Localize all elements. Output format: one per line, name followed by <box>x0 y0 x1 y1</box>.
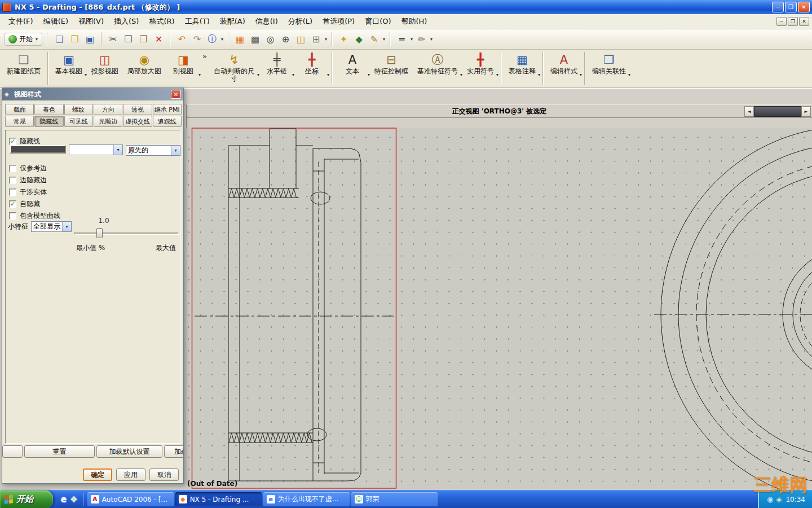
new-file-icon[interactable]: ❏ <box>52 32 67 46</box>
menu-item[interactable]: 信息(I) <box>250 14 283 29</box>
edit-associativity-button[interactable]: ❒编辑关联性▾ <box>588 51 630 86</box>
tab-截面[interactable]: 截面 <box>5 104 34 115</box>
mdi-minimize-button[interactable]: ─ <box>776 17 787 26</box>
tab-常规[interactable]: 常规 <box>5 116 34 127</box>
linetype-dropdown[interactable]: ▾ <box>69 144 123 155</box>
edit-style-button[interactable]: A编辑样式▾ <box>546 51 582 86</box>
start-menu-button[interactable]: 开始 ▾ <box>5 33 42 46</box>
show-desktop-icon[interactable]: ❖ <box>70 494 77 505</box>
dropdown-arrow-icon[interactable]: ▾ <box>538 72 540 77</box>
windows-start-button[interactable]: 开始 <box>0 491 53 508</box>
utility-symbol-button[interactable]: ╋实用符号▾ <box>462 51 498 86</box>
ortho-grid-icon[interactable]: ▦ <box>233 32 247 46</box>
projected-view-button[interactable]: ◫投影视图 <box>87 51 123 86</box>
redo-icon[interactable]: ↷ <box>190 32 204 46</box>
tab-透视[interactable]: 透视 <box>123 104 152 115</box>
tab-继承 PMI[interactable]: 继承 PMI <box>153 104 182 115</box>
apply-button[interactable]: 应用 <box>116 468 145 481</box>
tab-螺纹[interactable]: 螺纹 <box>64 104 93 115</box>
tab-着色[interactable]: 着色 <box>34 104 63 115</box>
menu-item[interactable]: 首选项(P) <box>317 14 360 29</box>
checkbox[interactable] <box>9 189 16 196</box>
dropdown-arrow-icon[interactable]: ▾ <box>580 72 582 77</box>
screenshot-icon[interactable]: ◫ <box>294 32 308 46</box>
menu-item[interactable]: 视图(V) <box>73 14 109 29</box>
datum-feature-symbol-button[interactable]: Ⓐ基准特征符号▾ <box>413 51 462 86</box>
small-feature-dropdown[interactable]: 全部显示 ▾ <box>31 221 72 232</box>
dropdown-arrow-icon[interactable]: ▾ <box>62 222 71 231</box>
ordinate-button[interactable]: ╋坐标▾ <box>294 51 329 86</box>
scrollbar-thumb[interactable] <box>754 106 801 117</box>
taskbar-task[interactable]: e为什么出现不了虚... <box>263 492 350 506</box>
save-icon[interactable]: ▣ <box>83 32 97 46</box>
dropdown-arrow-icon[interactable]: ▾ <box>113 145 122 155</box>
dialog-close-button[interactable]: ✕ <box>171 90 181 99</box>
menu-item[interactable]: 插入(S) <box>109 14 144 29</box>
line-width-dropdown[interactable]: 原先的 ▾ <box>126 145 180 156</box>
dropdown-arrow-icon[interactable]: ▾ <box>221 37 223 42</box>
horizontal-scrollbar[interactable]: ◄ ► <box>744 106 811 117</box>
copy-icon[interactable]: ❐ <box>121 32 135 46</box>
tab-追踪线[interactable]: 追踪线 <box>153 116 182 127</box>
view-operations-icon[interactable]: ⊞ <box>309 32 323 46</box>
menu-item[interactable]: 工具(T) <box>180 14 215 29</box>
detail-view-button[interactable]: ◉局部放大图 <box>123 51 166 86</box>
slider-thumb[interactable] <box>96 228 103 238</box>
shaded-view-icon[interactable]: ▩ <box>248 32 262 46</box>
menu-item[interactable]: 编辑(E) <box>38 14 73 29</box>
menu-item[interactable]: 窗口(O) <box>360 14 396 29</box>
close-button[interactable]: ✕ <box>798 2 810 12</box>
dropdown-arrow-icon[interactable]: ▾ <box>628 72 630 77</box>
annotation-pen-icon[interactable]: ✏ <box>414 32 429 46</box>
tabular-note-button[interactable]: ▦表格注释▾ <box>504 51 540 86</box>
scroll-left-icon[interactable]: ◄ <box>744 106 754 117</box>
dropdown-arrow-icon[interactable]: ▾ <box>327 72 329 77</box>
dropdown-arrow-icon[interactable]: ▾ <box>411 37 413 42</box>
zoom-window-icon[interactable]: ◎ <box>263 32 277 46</box>
dialog-title-bar[interactable]: ◈ 视图样式 ✕ <box>2 88 183 100</box>
taskbar-task[interactable]: ☺郭荣 <box>351 492 438 506</box>
tab-可见线[interactable]: 可见线 <box>64 116 93 127</box>
point-icon[interactable]: ◆ <box>352 32 366 46</box>
command-finder-icon[interactable]: ⓘ <box>205 32 219 46</box>
new-sheet-button[interactable]: ❏新建图纸页 <box>2 51 45 86</box>
load-defaults-button[interactable]: 加载默认设置 <box>96 445 162 458</box>
dropdown-arrow-icon[interactable]: ▾ <box>496 72 498 77</box>
checkbox[interactable] <box>9 165 16 172</box>
cancel-button[interactable]: 取消 <box>149 468 179 481</box>
datum-icon[interactable]: ✦ <box>337 32 351 46</box>
checkbox[interactable] <box>9 212 16 220</box>
auto-dimension-button[interactable]: ↯自动判断的尺寸▾ <box>209 51 259 86</box>
undo-icon[interactable]: ↶ <box>175 32 189 46</box>
delete-icon[interactable]: ✕ <box>152 32 166 46</box>
menu-item[interactable]: 分析(L) <box>283 14 317 29</box>
ie-quicklaunch-icon[interactable]: e <box>61 494 67 505</box>
base-view-button[interactable]: ▣基本视图▾ <box>51 51 87 86</box>
menu-item[interactable]: 装配(A) <box>215 14 250 29</box>
reset-button[interactable]: 重置 <box>24 445 95 458</box>
menu-item[interactable]: 格式(R) <box>144 14 179 29</box>
feature-control-frame-button[interactable]: ⊟特征控制框 <box>370 51 413 86</box>
cut-icon[interactable]: ✂ <box>106 32 120 46</box>
taskbar-task[interactable]: AAutoCAD 2006 - [... <box>87 492 174 506</box>
minimize-button[interactable]: ─ <box>772 2 784 12</box>
dropdown-arrow-icon[interactable]: ▾ <box>325 37 327 42</box>
nx-app-icon[interactable] <box>2 3 11 12</box>
tab-方向[interactable]: 方向 <box>94 104 122 115</box>
dialog-edge-button[interactable] <box>2 445 23 458</box>
scroll-right-icon[interactable]: ► <box>801 106 811 117</box>
tab-隐藏线[interactable]: 隐藏线 <box>34 116 63 127</box>
slider-track[interactable] <box>74 233 179 235</box>
load-button[interactable]: 加载 <box>164 445 184 458</box>
sketch-tools-icon[interactable]: ✎ <box>367 32 381 46</box>
mdi-restore-button[interactable]: ❐ <box>788 17 798 26</box>
menu-item[interactable]: 文件(F) <box>3 14 38 29</box>
checkbox[interactable] <box>9 177 16 184</box>
horizontal-chain-button[interactable]: ╪水平链▾ <box>259 51 294 86</box>
restore-button[interactable]: ❐ <box>785 2 797 12</box>
text-button[interactable]: A文本▾ <box>335 51 370 86</box>
tab-光顺边[interactable]: 光顺边 <box>94 116 122 127</box>
dropdown-arrow-icon[interactable]: ▾ <box>430 37 433 42</box>
paste-icon[interactable]: ❒ <box>136 32 151 46</box>
checkbox[interactable]: ✓ <box>9 138 16 145</box>
